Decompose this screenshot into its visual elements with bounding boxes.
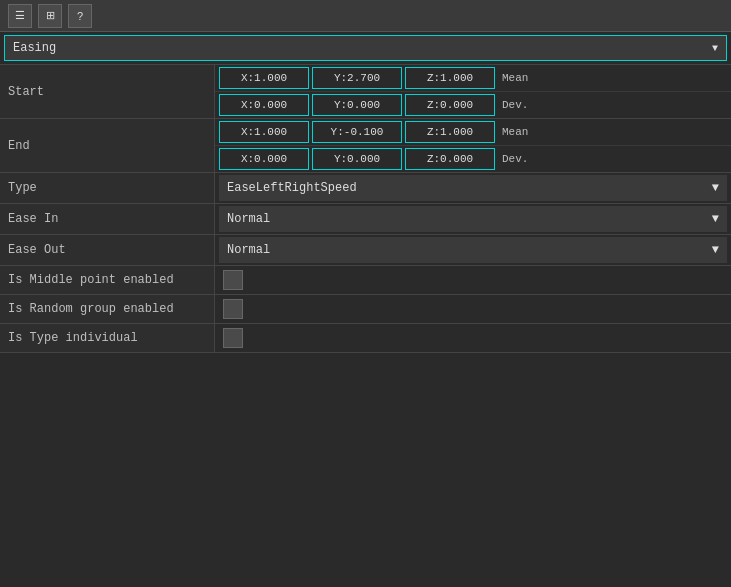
- start-x-dev[interactable]: [219, 94, 309, 116]
- easing-header: Easing ▼: [0, 32, 731, 65]
- is-middle-point-value-row: [215, 266, 731, 294]
- is-random-group-label: Is Random group enabled: [0, 295, 215, 323]
- end-z-dev[interactable]: [405, 148, 495, 170]
- easing-label: Easing: [13, 41, 56, 55]
- is-middle-point-values: [215, 266, 731, 294]
- form-container: Easing ▼ Start Mean Dev. End: [0, 32, 731, 353]
- end-label: End: [0, 119, 215, 172]
- is-middle-point-checkbox[interactable]: [223, 270, 243, 290]
- is-middle-point-label: Is Middle point enabled: [0, 266, 215, 294]
- type-arrow: ▼: [712, 181, 719, 195]
- ease-out-label: Ease Out: [0, 235, 215, 265]
- start-y-dev[interactable]: [312, 94, 402, 116]
- type-value: EaseLeftRightSpeed: [227, 181, 357, 195]
- ease-out-value-row: Normal ▼: [215, 235, 731, 265]
- is-type-individual-label: Is Type individual: [0, 324, 215, 352]
- is-random-group-row: Is Random group enabled: [0, 295, 731, 324]
- is-type-individual-checkbox[interactable]: [223, 328, 243, 348]
- type-value-row: EaseLeftRightSpeed ▼: [215, 173, 731, 203]
- is-random-group-values: [215, 295, 731, 323]
- ease-in-dropdown[interactable]: Normal ▼: [219, 206, 727, 232]
- end-y-mean[interactable]: [312, 121, 402, 143]
- start-z-mean[interactable]: [405, 67, 495, 89]
- help-button[interactable]: ?: [68, 4, 92, 28]
- ease-out-value: Normal: [227, 243, 270, 257]
- start-label: Start: [0, 65, 215, 118]
- ease-out-dropdown[interactable]: Normal ▼: [219, 237, 727, 263]
- ease-out-values: Normal ▼: [215, 235, 731, 265]
- ease-in-value: Normal: [227, 212, 270, 226]
- start-y-mean[interactable]: [312, 67, 402, 89]
- end-x-dev[interactable]: [219, 148, 309, 170]
- is-type-individual-row: Is Type individual: [0, 324, 731, 353]
- easing-dropdown[interactable]: Easing ▼: [4, 35, 727, 61]
- start-values: Mean Dev.: [215, 65, 731, 118]
- easing-arrow: ▼: [712, 43, 718, 54]
- type-dropdown[interactable]: EaseLeftRightSpeed ▼: [219, 175, 727, 201]
- end-values: Mean Dev.: [215, 119, 731, 172]
- start-dev-row: Dev.: [215, 92, 731, 118]
- start-mean-suffix: Mean: [498, 72, 528, 84]
- start-dev-suffix: Dev.: [498, 99, 528, 111]
- end-z-mean[interactable]: [405, 121, 495, 143]
- start-mean-row: Mean: [215, 65, 731, 92]
- type-values: EaseLeftRightSpeed ▼: [215, 173, 731, 203]
- end-mean-suffix: Mean: [498, 126, 528, 138]
- is-random-group-value-row: [215, 295, 731, 323]
- grid-button[interactable]: ⊞: [38, 4, 62, 28]
- is-middle-point-row: Is Middle point enabled: [0, 266, 731, 295]
- ease-in-value-row: Normal ▼: [215, 204, 731, 234]
- start-z-dev[interactable]: [405, 94, 495, 116]
- is-random-group-checkbox[interactable]: [223, 299, 243, 319]
- ease-in-arrow: ▼: [712, 212, 719, 226]
- end-dev-suffix: Dev.: [498, 153, 528, 165]
- toolbar: ☰ ⊞ ?: [0, 0, 731, 32]
- ease-out-row: Ease Out Normal ▼: [0, 235, 731, 266]
- end-y-dev[interactable]: [312, 148, 402, 170]
- type-row: Type EaseLeftRightSpeed ▼: [0, 173, 731, 204]
- is-type-individual-value-row: [215, 324, 731, 352]
- menu-button[interactable]: ☰: [8, 4, 32, 28]
- ease-out-arrow: ▼: [712, 243, 719, 257]
- end-dev-row: Dev.: [215, 146, 731, 172]
- start-row: Start Mean Dev.: [0, 65, 731, 119]
- type-label: Type: [0, 173, 215, 203]
- end-mean-row: Mean: [215, 119, 731, 146]
- end-row: End Mean Dev.: [0, 119, 731, 173]
- is-type-individual-values: [215, 324, 731, 352]
- end-x-mean[interactable]: [219, 121, 309, 143]
- ease-in-label: Ease In: [0, 204, 215, 234]
- start-x-mean[interactable]: [219, 67, 309, 89]
- ease-in-row: Ease In Normal ▼: [0, 204, 731, 235]
- ease-in-values: Normal ▼: [215, 204, 731, 234]
